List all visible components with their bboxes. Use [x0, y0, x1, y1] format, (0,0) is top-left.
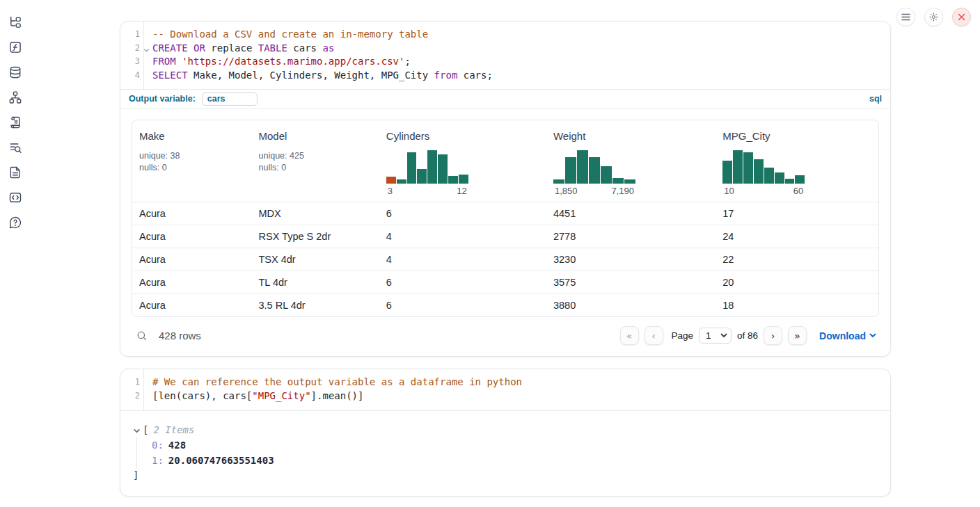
- python-cell: 12 # We can reference the output variabl…: [120, 369, 891, 496]
- table-row[interactable]: AcuraMDX6445117: [132, 202, 878, 225]
- table-cell: 24: [716, 231, 878, 242]
- chevron-down-icon: [133, 427, 141, 435]
- sql-output-area: Makeunique: 38nulls: 0Modelunique: 425nu…: [120, 108, 890, 356]
- table-row[interactable]: AcuraRSX Type S 2dr4277824: [132, 225, 878, 248]
- next-page-button[interactable]: ›: [764, 326, 782, 345]
- last-page-button[interactable]: »: [788, 326, 807, 345]
- page-total-label: of 86: [737, 330, 758, 341]
- table-cell: Acura: [132, 254, 252, 265]
- table-cell: 20: [716, 277, 878, 288]
- code-line[interactable]: CREATE OR replace TABLE cars as: [152, 42, 890, 56]
- python-line-numbers: 12: [120, 369, 144, 410]
- histogram-bar: [448, 176, 458, 184]
- search-icon[interactable]: [136, 330, 148, 342]
- histogram-bar: [577, 150, 588, 184]
- line-number: 4: [120, 69, 140, 83]
- histogram-bar: [601, 166, 612, 184]
- tree-entries: 0:4281:20.060747663551403: [136, 437, 879, 468]
- scratchpad-icon[interactable]: [8, 115, 22, 129]
- shutdown-button[interactable]: [952, 8, 971, 26]
- table-cell: RSX Type S 2dr: [252, 231, 379, 242]
- tree-collapse-toggle[interactable]: [133, 426, 141, 433]
- table-cell: 18: [716, 300, 878, 311]
- code-line[interactable]: SELECT Make, Model, Cylinders, Weight, M…: [152, 69, 890, 83]
- line-number: 3: [120, 55, 140, 69]
- column-title[interactable]: Model: [259, 130, 379, 142]
- pagination: « ‹ Page 1 of 86 › »: [620, 326, 807, 345]
- functions-icon[interactable]: [8, 40, 22, 54]
- tree-root: [ 2 Items: [133, 422, 879, 437]
- prev-page-button[interactable]: ‹: [645, 326, 663, 345]
- column-header-mpg_city: MPG_City1060: [716, 130, 878, 196]
- histogram-bar: [743, 152, 753, 184]
- output-variable-input[interactable]: [202, 92, 258, 106]
- python-code-lines[interactable]: # We can reference the output variable a…: [144, 369, 890, 410]
- file-tree-icon[interactable]: [8, 15, 22, 29]
- page-select[interactable]: 1: [699, 328, 732, 344]
- column-title[interactable]: Cylinders: [386, 130, 546, 142]
- snippets-icon[interactable]: [8, 191, 22, 204]
- column-title[interactable]: MPG_City: [722, 130, 878, 142]
- dependency-graph-icon[interactable]: [8, 90, 22, 104]
- logs-icon[interactable]: [8, 140, 22, 154]
- table-cell: 3.5 RL 4dr: [252, 300, 379, 311]
- table-row[interactable]: Acura3.5 RL 4dr6388018: [132, 293, 878, 316]
- table-cell: 4451: [546, 208, 716, 219]
- datasources-icon[interactable]: [8, 65, 22, 79]
- histogram-bar: [397, 179, 406, 184]
- row-count: 428 rows: [159, 330, 201, 341]
- line-number: 2: [120, 389, 140, 403]
- code-line[interactable]: FROM 'https://datasets.marimo.app/cars.c…: [152, 55, 890, 69]
- close-icon: [958, 13, 965, 21]
- table-cell: Acura: [132, 277, 252, 288]
- python-code-editor[interactable]: 12 # We can reference the output variabl…: [120, 369, 890, 410]
- first-page-button[interactable]: «: [620, 326, 639, 345]
- histogram-axis: 312: [386, 186, 468, 196]
- histogram-bar: [612, 178, 624, 184]
- histogram-axis: 1,8507,190: [553, 186, 635, 196]
- column-histogram[interactable]: [386, 150, 468, 184]
- table-cell: 6: [379, 277, 546, 288]
- histogram-bar: [459, 175, 468, 184]
- code-line[interactable]: -- Download a CSV and create an in-memor…: [152, 28, 890, 42]
- documentation-icon[interactable]: [8, 166, 22, 179]
- histogram-bar: [733, 150, 743, 184]
- table-cell: 6: [379, 300, 546, 311]
- menu-button[interactable]: [896, 8, 915, 26]
- table-row[interactable]: AcuraTSX 4dr4323022: [132, 248, 878, 271]
- column-title[interactable]: Make: [139, 130, 252, 142]
- histogram-bar: [438, 154, 448, 184]
- histogram-bar: [754, 159, 764, 184]
- gear-icon: [928, 12, 939, 22]
- table-cell: Acura: [132, 300, 252, 311]
- help-icon[interactable]: [8, 216, 22, 230]
- column-histogram[interactable]: [553, 150, 635, 184]
- python-output-area: [ 2 Items 0:4281:20.060747663551403 ]: [120, 410, 890, 496]
- table-cell: 22: [716, 254, 878, 265]
- language-badge: sql: [869, 94, 882, 104]
- sql-code-editor[interactable]: 1234 -- Download a CSV and create an in-…: [120, 22, 890, 89]
- download-button[interactable]: Download: [819, 330, 876, 341]
- notebook: 1234 -- Download a CSV and create an in-…: [120, 21, 891, 497]
- table-cell: 6: [379, 208, 546, 219]
- tree-entry: 0:428: [152, 437, 879, 453]
- table-cell: MDX: [252, 208, 379, 219]
- top-action-bar: [896, 8, 971, 26]
- code-line[interactable]: [len(cars), cars["MPG_City"].mean()]: [152, 389, 890, 403]
- download-label: Download: [819, 330, 866, 341]
- histogram-bar: [553, 179, 564, 184]
- histogram-bar: [764, 168, 774, 184]
- column-histogram[interactable]: [722, 150, 805, 184]
- settings-button[interactable]: [924, 8, 943, 26]
- histogram-bar: [565, 157, 576, 184]
- sql-code-lines[interactable]: -- Download a CSV and create an in-memor…: [144, 22, 890, 89]
- tree-close-bracket: ]: [133, 468, 879, 482]
- fold-chevron-icon[interactable]: [143, 45, 150, 51]
- table-row[interactable]: AcuraTL 4dr6357520: [132, 271, 878, 293]
- page-label: Page: [672, 330, 694, 341]
- column-stats: unique: 425nulls: 0: [259, 150, 379, 174]
- column-title[interactable]: Weight: [553, 130, 716, 142]
- table-cell: 3880: [546, 300, 716, 311]
- histogram-bar: [624, 179, 635, 184]
- code-line[interactable]: # We can reference the output variable a…: [152, 376, 890, 389]
